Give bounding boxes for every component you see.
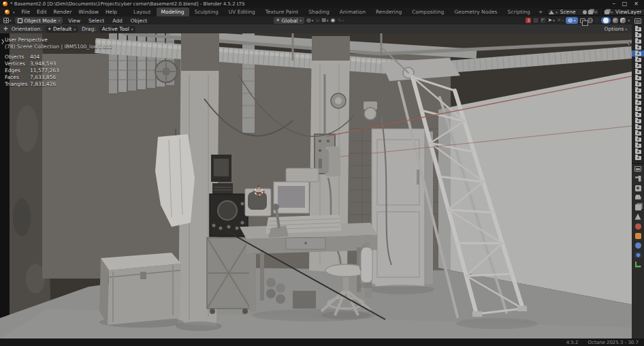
properties-tab-modifiers[interactable] xyxy=(632,240,644,250)
editor-type-button[interactable]: ▾ xyxy=(2,18,13,23)
proportional-edit-toggle[interactable]: ◉ xyxy=(331,18,336,23)
outliner-camera-row[interactable] xyxy=(632,87,644,93)
shading-dropdown-icon[interactable]: ▾ xyxy=(628,18,630,22)
metal-cabinet[interactable] xyxy=(369,129,434,294)
outliner-camera-row[interactable] xyxy=(632,81,644,87)
render-engine-icon[interactable]: 3 xyxy=(526,18,531,23)
tab-texture-paint[interactable]: Texture Paint xyxy=(261,7,303,16)
caged-lamp[interactable] xyxy=(331,93,346,108)
menu-help[interactable]: Help xyxy=(102,8,120,16)
tab-modeling[interactable]: Modeling xyxy=(157,7,189,16)
new-scene-icon[interactable] xyxy=(588,10,593,14)
solid-shading-button[interactable] xyxy=(601,17,611,24)
outliner-camera-row[interactable] xyxy=(632,69,644,75)
outliner-camera-row[interactable] xyxy=(632,124,644,130)
outliner-camera-row[interactable] xyxy=(632,44,644,50)
tab-geometry-nodes[interactable]: Geometry Nodes xyxy=(449,7,502,16)
view-layer-selector[interactable]: ▾ ViewLayer × xyxy=(602,8,644,16)
outliner-camera-row[interactable] xyxy=(632,26,644,32)
tab-scripting[interactable]: Scripting xyxy=(503,7,535,16)
gizmos-dropdown[interactable]: ✕ ▾ xyxy=(557,18,564,23)
toolbar-expand-arrow[interactable]: ❯ xyxy=(1,39,5,44)
outliner-camera-row[interactable] xyxy=(632,50,644,57)
viewport-menu-object[interactable]: Object xyxy=(127,17,150,25)
small-crt-tv[interactable] xyxy=(245,189,271,216)
outliner-camera-row[interactable] xyxy=(632,112,644,118)
desk-modem[interactable] xyxy=(286,168,319,182)
security-camera[interactable] xyxy=(364,101,377,120)
storage-crate[interactable] xyxy=(99,253,184,328)
outliner-camera-row[interactable] xyxy=(632,57,644,63)
falloff-dropdown[interactable]: ∿ ▾ xyxy=(338,18,344,23)
tab-compositing[interactable]: Compositing xyxy=(407,7,449,16)
pin-scene-icon[interactable] xyxy=(583,10,587,14)
outliner-camera-row[interactable] xyxy=(632,106,644,112)
properties-tab-render[interactable] xyxy=(632,183,644,193)
tab-shading[interactable]: Shading xyxy=(304,7,334,16)
viewport-menu-select[interactable]: Select xyxy=(85,17,108,25)
viewport-menu-view[interactable]: View xyxy=(65,17,84,25)
snap-toggle[interactable]: ∪ xyxy=(315,18,319,23)
orientation-setting-dropdown[interactable]: ⌖ Default ▾ xyxy=(46,26,78,33)
outliner-camera-row[interactable] xyxy=(632,130,644,136)
menu-edit[interactable]: Edit xyxy=(33,8,50,16)
properties-tab-view-layer[interactable] xyxy=(632,202,644,212)
sidebar-expand-arrow[interactable]: ❮ xyxy=(626,40,630,46)
menu-window[interactable]: Window xyxy=(75,8,102,16)
outliner-editor-icon[interactable] xyxy=(634,18,641,24)
overlays-dropdown[interactable]: ◍ ▾ xyxy=(566,17,578,24)
scene-name[interactable]: Scene xyxy=(559,9,581,15)
tab-sculpting[interactable]: Sculpting xyxy=(190,7,223,16)
properties-tab-object[interactable] xyxy=(632,231,644,240)
tab-rendering[interactable]: Rendering xyxy=(371,7,406,16)
move-tool-icon[interactable]: ✛ xyxy=(3,27,8,32)
snap-target-dropdown[interactable]: ⊞ ▾ xyxy=(321,18,328,23)
scene-selector[interactable]: ▾ Scene × xyxy=(547,8,600,16)
object-visibility-dropdown[interactable]: ➤ ▾ xyxy=(548,18,555,23)
selectability-icon[interactable]: ◩ xyxy=(541,18,546,23)
transform-orientation-dropdown[interactable]: ⌖ Global ▾ xyxy=(274,17,304,24)
outliner-camera-row[interactable] xyxy=(632,32,644,38)
unlink-scene-icon[interactable]: × xyxy=(594,10,598,15)
properties-tab-tool[interactable] xyxy=(632,174,644,183)
outliner-camera-row[interactable] xyxy=(632,148,644,155)
properties-editor-icon[interactable] xyxy=(634,166,641,172)
blender-menu-button[interactable]: ▾ xyxy=(3,10,17,14)
properties-tab-object-data[interactable] xyxy=(632,260,644,269)
menu-file[interactable]: File xyxy=(18,8,34,16)
viewport-canvas[interactable]: User Perspective (78) Scene Collection |… xyxy=(0,33,632,339)
outliner-camera-row[interactable] xyxy=(632,75,644,81)
properties-tab-world[interactable] xyxy=(632,221,644,231)
material-preview-button[interactable] xyxy=(613,18,618,23)
menu-render[interactable]: Render xyxy=(50,8,76,16)
close-button[interactable]: × xyxy=(634,1,639,7)
tab-uv-editing[interactable]: UV Editing xyxy=(224,7,260,16)
properties-tab-scene[interactable] xyxy=(632,212,644,221)
wireframe-shading-button[interactable] xyxy=(587,18,593,23)
viewport-menu-add[interactable]: Add xyxy=(109,17,126,25)
visibility-filter-icon[interactable]: ▥ xyxy=(533,18,538,23)
properties-tab-physics[interactable] xyxy=(632,250,644,260)
options-dropdown[interactable]: Options ▾ xyxy=(605,26,628,32)
tab-animation[interactable]: Animation xyxy=(335,7,370,16)
outliner-camera-row[interactable] xyxy=(632,136,644,142)
xray-toggle[interactable] xyxy=(580,18,585,23)
outliner-camera-row[interactable] xyxy=(632,155,644,161)
properties-tab-output[interactable] xyxy=(632,193,644,202)
outliner-camera-row[interactable] xyxy=(632,142,644,148)
outliner-camera-row[interactable] xyxy=(632,38,644,44)
add-workspace-button[interactable]: + xyxy=(536,7,545,16)
equipment-cart[interactable] xyxy=(207,238,251,314)
minimize-button[interactable]: – xyxy=(613,1,615,7)
tab-layout[interactable]: Layout xyxy=(129,7,156,16)
outliner-camera-row[interactable] xyxy=(632,99,644,106)
view-layer-name[interactable]: ViewLayer xyxy=(614,9,644,15)
maximize-button[interactable]: □ xyxy=(622,1,628,7)
rendered-shading-button[interactable] xyxy=(620,18,626,23)
outliner-camera-row[interactable] xyxy=(632,63,644,69)
mode-dropdown[interactable]: Object Mode ▾ xyxy=(15,17,63,24)
drag-dropdown[interactable]: Active Tool ▾ xyxy=(99,26,136,33)
pivot-point-dropdown[interactable]: ◎ ▾ xyxy=(306,18,314,23)
outliner-camera-row[interactable] xyxy=(632,93,644,99)
outliner-camera-row[interactable] xyxy=(632,118,644,124)
